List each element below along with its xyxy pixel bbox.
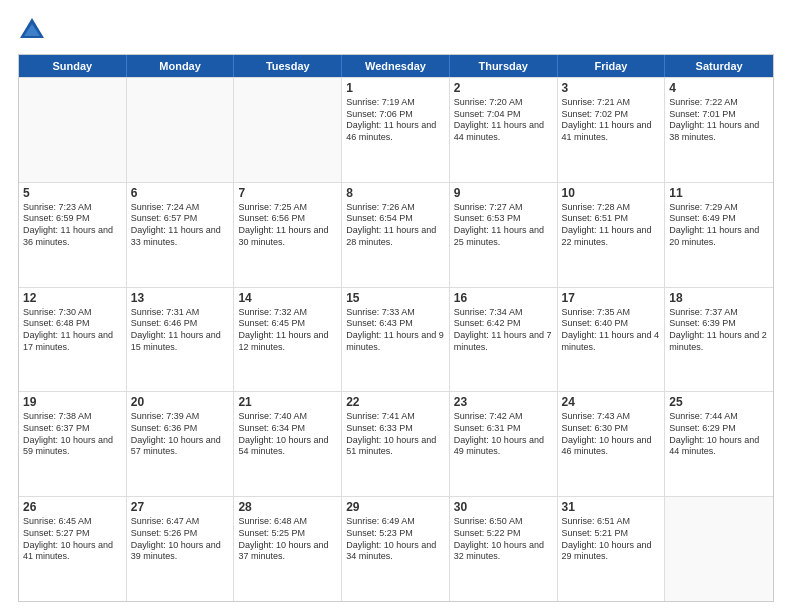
cal-header-day: Wednesday <box>342 55 450 77</box>
day-info: Sunrise: 7:38 AM Sunset: 6:37 PM Dayligh… <box>23 411 122 458</box>
day-info: Sunrise: 7:34 AM Sunset: 6:42 PM Dayligh… <box>454 307 553 354</box>
day-number: 17 <box>562 291 661 305</box>
day-number: 31 <box>562 500 661 514</box>
day-info: Sunrise: 7:26 AM Sunset: 6:54 PM Dayligh… <box>346 202 445 249</box>
day-info: Sunrise: 7:35 AM Sunset: 6:40 PM Dayligh… <box>562 307 661 354</box>
cal-cell-empty <box>19 78 127 182</box>
day-info: Sunrise: 7:39 AM Sunset: 6:36 PM Dayligh… <box>131 411 230 458</box>
cal-cell-day: 27Sunrise: 6:47 AM Sunset: 5:26 PM Dayli… <box>127 497 235 601</box>
day-number: 6 <box>131 186 230 200</box>
cal-cell-day: 2Sunrise: 7:20 AM Sunset: 7:04 PM Daylig… <box>450 78 558 182</box>
day-number: 24 <box>562 395 661 409</box>
page: SundayMondayTuesdayWednesdayThursdayFrid… <box>0 0 792 612</box>
day-number: 23 <box>454 395 553 409</box>
cal-cell-day: 20Sunrise: 7:39 AM Sunset: 6:36 PM Dayli… <box>127 392 235 496</box>
day-number: 10 <box>562 186 661 200</box>
day-number: 8 <box>346 186 445 200</box>
cal-cell-day: 1Sunrise: 7:19 AM Sunset: 7:06 PM Daylig… <box>342 78 450 182</box>
day-number: 21 <box>238 395 337 409</box>
day-number: 27 <box>131 500 230 514</box>
cal-cell-day: 29Sunrise: 6:49 AM Sunset: 5:23 PM Dayli… <box>342 497 450 601</box>
day-number: 1 <box>346 81 445 95</box>
cal-cell-day: 6Sunrise: 7:24 AM Sunset: 6:57 PM Daylig… <box>127 183 235 287</box>
day-number: 3 <box>562 81 661 95</box>
cal-cell-day: 13Sunrise: 7:31 AM Sunset: 6:46 PM Dayli… <box>127 288 235 392</box>
cal-cell-day: 5Sunrise: 7:23 AM Sunset: 6:59 PM Daylig… <box>19 183 127 287</box>
cal-cell-day: 14Sunrise: 7:32 AM Sunset: 6:45 PM Dayli… <box>234 288 342 392</box>
cal-cell-day: 31Sunrise: 6:51 AM Sunset: 5:21 PM Dayli… <box>558 497 666 601</box>
day-info: Sunrise: 7:42 AM Sunset: 6:31 PM Dayligh… <box>454 411 553 458</box>
day-number: 29 <box>346 500 445 514</box>
day-info: Sunrise: 7:32 AM Sunset: 6:45 PM Dayligh… <box>238 307 337 354</box>
cal-cell-day: 3Sunrise: 7:21 AM Sunset: 7:02 PM Daylig… <box>558 78 666 182</box>
day-info: Sunrise: 7:40 AM Sunset: 6:34 PM Dayligh… <box>238 411 337 458</box>
cal-cell-day: 25Sunrise: 7:44 AM Sunset: 6:29 PM Dayli… <box>665 392 773 496</box>
day-info: Sunrise: 7:23 AM Sunset: 6:59 PM Dayligh… <box>23 202 122 249</box>
cal-cell-day: 19Sunrise: 7:38 AM Sunset: 6:37 PM Dayli… <box>19 392 127 496</box>
day-number: 2 <box>454 81 553 95</box>
cal-header-day: Thursday <box>450 55 558 77</box>
cal-cell-day: 30Sunrise: 6:50 AM Sunset: 5:22 PM Dayli… <box>450 497 558 601</box>
day-info: Sunrise: 7:25 AM Sunset: 6:56 PM Dayligh… <box>238 202 337 249</box>
day-info: Sunrise: 7:30 AM Sunset: 6:48 PM Dayligh… <box>23 307 122 354</box>
cal-header-day: Friday <box>558 55 666 77</box>
day-info: Sunrise: 7:31 AM Sunset: 6:46 PM Dayligh… <box>131 307 230 354</box>
cal-cell-empty <box>234 78 342 182</box>
day-info: Sunrise: 6:48 AM Sunset: 5:25 PM Dayligh… <box>238 516 337 563</box>
cal-cell-day: 11Sunrise: 7:29 AM Sunset: 6:49 PM Dayli… <box>665 183 773 287</box>
cal-header-day: Tuesday <box>234 55 342 77</box>
calendar-row: 12Sunrise: 7:30 AM Sunset: 6:48 PM Dayli… <box>19 287 773 392</box>
day-number: 20 <box>131 395 230 409</box>
day-number: 19 <box>23 395 122 409</box>
logo-icon <box>18 16 46 44</box>
day-number: 7 <box>238 186 337 200</box>
day-info: Sunrise: 7:22 AM Sunset: 7:01 PM Dayligh… <box>669 97 769 144</box>
cal-header-day: Saturday <box>665 55 773 77</box>
calendar-row: 1Sunrise: 7:19 AM Sunset: 7:06 PM Daylig… <box>19 77 773 182</box>
cal-cell-day: 8Sunrise: 7:26 AM Sunset: 6:54 PM Daylig… <box>342 183 450 287</box>
day-number: 5 <box>23 186 122 200</box>
cal-cell-day: 24Sunrise: 7:43 AM Sunset: 6:30 PM Dayli… <box>558 392 666 496</box>
day-number: 15 <box>346 291 445 305</box>
day-info: Sunrise: 6:50 AM Sunset: 5:22 PM Dayligh… <box>454 516 553 563</box>
day-info: Sunrise: 6:47 AM Sunset: 5:26 PM Dayligh… <box>131 516 230 563</box>
cal-cell-day: 17Sunrise: 7:35 AM Sunset: 6:40 PM Dayli… <box>558 288 666 392</box>
day-number: 14 <box>238 291 337 305</box>
cal-cell-day: 18Sunrise: 7:37 AM Sunset: 6:39 PM Dayli… <box>665 288 773 392</box>
cal-cell-day: 21Sunrise: 7:40 AM Sunset: 6:34 PM Dayli… <box>234 392 342 496</box>
calendar: SundayMondayTuesdayWednesdayThursdayFrid… <box>18 54 774 602</box>
day-number: 28 <box>238 500 337 514</box>
day-info: Sunrise: 7:21 AM Sunset: 7:02 PM Dayligh… <box>562 97 661 144</box>
day-info: Sunrise: 7:43 AM Sunset: 6:30 PM Dayligh… <box>562 411 661 458</box>
day-info: Sunrise: 7:27 AM Sunset: 6:53 PM Dayligh… <box>454 202 553 249</box>
day-number: 25 <box>669 395 769 409</box>
day-number: 12 <box>23 291 122 305</box>
day-info: Sunrise: 7:20 AM Sunset: 7:04 PM Dayligh… <box>454 97 553 144</box>
cal-cell-day: 12Sunrise: 7:30 AM Sunset: 6:48 PM Dayli… <box>19 288 127 392</box>
cal-cell-day: 15Sunrise: 7:33 AM Sunset: 6:43 PM Dayli… <box>342 288 450 392</box>
cal-cell-day: 9Sunrise: 7:27 AM Sunset: 6:53 PM Daylig… <box>450 183 558 287</box>
day-number: 18 <box>669 291 769 305</box>
cal-header-day: Sunday <box>19 55 127 77</box>
day-number: 13 <box>131 291 230 305</box>
cal-cell-day: 16Sunrise: 7:34 AM Sunset: 6:42 PM Dayli… <box>450 288 558 392</box>
day-number: 16 <box>454 291 553 305</box>
cal-cell-empty <box>665 497 773 601</box>
calendar-row: 26Sunrise: 6:45 AM Sunset: 5:27 PM Dayli… <box>19 496 773 601</box>
day-info: Sunrise: 7:44 AM Sunset: 6:29 PM Dayligh… <box>669 411 769 458</box>
calendar-row: 5Sunrise: 7:23 AM Sunset: 6:59 PM Daylig… <box>19 182 773 287</box>
logo <box>18 16 50 44</box>
day-info: Sunrise: 6:45 AM Sunset: 5:27 PM Dayligh… <box>23 516 122 563</box>
cal-cell-day: 26Sunrise: 6:45 AM Sunset: 5:27 PM Dayli… <box>19 497 127 601</box>
cal-cell-day: 28Sunrise: 6:48 AM Sunset: 5:25 PM Dayli… <box>234 497 342 601</box>
day-number: 30 <box>454 500 553 514</box>
day-number: 22 <box>346 395 445 409</box>
day-info: Sunrise: 7:37 AM Sunset: 6:39 PM Dayligh… <box>669 307 769 354</box>
day-info: Sunrise: 6:51 AM Sunset: 5:21 PM Dayligh… <box>562 516 661 563</box>
day-info: Sunrise: 7:33 AM Sunset: 6:43 PM Dayligh… <box>346 307 445 354</box>
day-number: 11 <box>669 186 769 200</box>
calendar-row: 19Sunrise: 7:38 AM Sunset: 6:37 PM Dayli… <box>19 391 773 496</box>
day-info: Sunrise: 6:49 AM Sunset: 5:23 PM Dayligh… <box>346 516 445 563</box>
cal-header-day: Monday <box>127 55 235 77</box>
day-number: 9 <box>454 186 553 200</box>
